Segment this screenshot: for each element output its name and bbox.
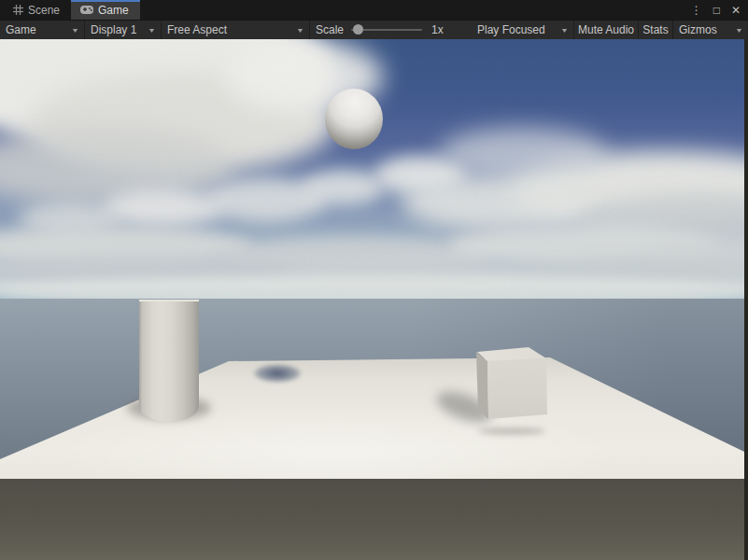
cloud [402,175,588,231]
aspect-label: Free Aspect [167,23,227,36]
scale-slider-knob[interactable] [353,24,363,35]
aspect-ratio-dropdown[interactable]: Free Aspect ▼ [162,21,310,39]
maximize-icon[interactable]: □ [713,5,720,16]
cloud [439,128,607,179]
display-dropdown[interactable]: Display 1 ▼ [85,21,162,39]
sky [0,39,744,299]
sphere-shadow [253,364,302,383]
sphere-object [325,89,383,149]
cylinder-object [139,300,199,404]
game-mode-label: Game [6,23,36,36]
play-focused-dropdown[interactable]: Play Focused ▼ [472,21,574,39]
mute-audio-label: Mute Audio [578,23,634,36]
scale-value: 1x [431,23,444,36]
scale-slider[interactable] [351,21,422,39]
mute-audio-button[interactable]: Mute Audio [574,21,639,39]
cube-object [472,343,560,432]
close-icon[interactable]: ✕ [731,5,741,16]
chevron-down-icon: ▼ [148,27,156,34]
tab-game[interactable]: Game [71,0,140,20]
viewport-right-edge [744,39,748,560]
chevron-down-icon: ▼ [71,27,79,34]
unity-game-window: Scene Game ⋮ □ ✕ Game ▼ Display 1 ▼ Free… [0,0,748,560]
cloud [205,177,327,222]
gizmos-dropdown[interactable]: Gizmos ▼ [673,21,748,39]
tab-game-label: Game [98,4,129,17]
foreground-ground [0,479,744,560]
menu-icon[interactable]: ⋮ [691,5,702,16]
chevron-down-icon: ▼ [560,27,569,34]
play-focused-label: Play Focused [477,23,545,36]
tab-bar: Scene Game ⋮ □ ✕ [0,0,748,21]
gizmos-label: Gizmos [679,23,717,36]
gamepad-icon [80,6,93,14]
stats-label: Stats [642,23,668,36]
chevron-down-icon: ▼ [296,27,304,34]
game-view-toolbar: Game ▼ Display 1 ▼ Free Aspect ▼ Scale 1… [0,21,748,40]
chevron-down-icon: ▼ [735,27,743,34]
game-mode-dropdown[interactable]: Game ▼ [0,21,85,39]
scale-control: Scale 1x [310,21,472,39]
cloud [0,287,744,299]
scale-label: Scale [316,23,344,36]
stats-button[interactable]: Stats [639,21,673,39]
tab-scene-label: Scene [28,4,60,17]
display-label: Display 1 [91,23,136,36]
tab-scene[interactable]: Scene [4,0,71,20]
game-viewport[interactable] [0,39,744,560]
window-controls: ⋮ □ ✕ [691,0,748,20]
grid-icon [13,5,23,15]
